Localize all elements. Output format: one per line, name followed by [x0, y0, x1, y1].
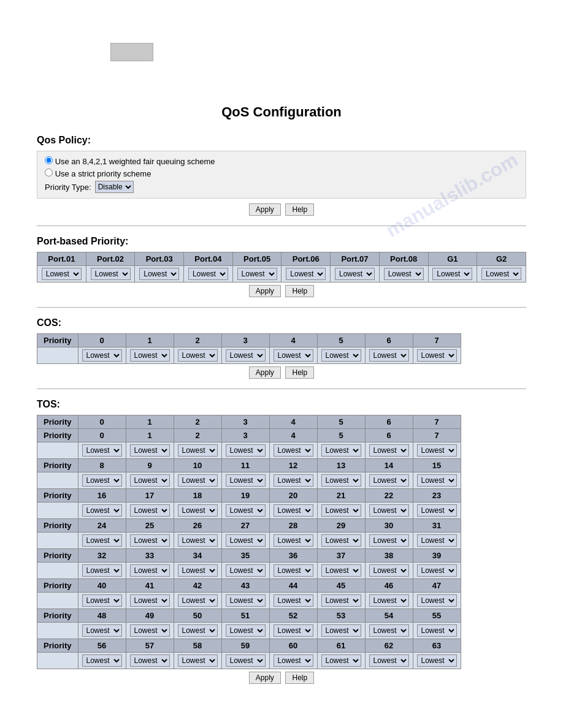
- tos-select-4-2[interactable]: LowestLowMiddleHigh: [178, 564, 218, 577]
- tos-empty-1: [37, 472, 79, 489]
- tos-val-row-3: LowestLowMiddleHighLowestLowMiddleHighLo…: [37, 533, 461, 549]
- tos-select-7-3[interactable]: LowestLowMiddleHigh: [226, 654, 266, 667]
- port-select-3[interactable]: LowestLowMiddleHigh: [188, 268, 228, 280]
- tos-select-5-3[interactable]: LowestLowMiddleHigh: [226, 594, 266, 607]
- tos-select-3-0[interactable]: LowestLowMiddleHigh: [82, 534, 122, 547]
- tos-select-3-6[interactable]: LowestLowMiddleHigh: [369, 534, 409, 547]
- tos-select-5-2[interactable]: LowestLowMiddleHigh: [178, 594, 218, 607]
- cos-select-5[interactable]: LowestLowMiddleHigh: [321, 349, 361, 362]
- cos-select-0[interactable]: LowestLowMiddleHigh: [82, 349, 122, 362]
- tos-select-1-1[interactable]: LowestLowMiddleHigh: [130, 474, 170, 487]
- cos-help-button[interactable]: Help: [285, 366, 314, 379]
- cos-select-7[interactable]: LowestLowMiddleHigh: [417, 349, 457, 362]
- tos-num-3-7: 31: [413, 519, 461, 533]
- cos-select-2[interactable]: LowestLowMiddleHigh: [178, 349, 218, 362]
- tos-select-4-4[interactable]: LowestLowMiddleHigh: [274, 564, 313, 577]
- port-select-4[interactable]: LowestLowMiddleHigh: [237, 268, 277, 280]
- port-priority-help-button[interactable]: Help: [285, 285, 314, 297]
- qos-policy-help-button[interactable]: Help: [285, 203, 314, 216]
- tos-select-3-7[interactable]: LowestLowMiddleHigh: [417, 534, 457, 547]
- tos-select-2-0[interactable]: LowestLowMiddleHigh: [82, 504, 122, 517]
- tos-select-4-1[interactable]: LowestLowMiddleHigh: [130, 564, 170, 577]
- tos-select-7-7[interactable]: LowestLowMiddleHigh: [417, 654, 457, 667]
- tos-select-7-1[interactable]: LowestLowMiddleHigh: [130, 654, 170, 667]
- tos-select-2-7[interactable]: LowestLowMiddleHigh: [417, 504, 457, 517]
- tos-select-3-5[interactable]: LowestLowMiddleHigh: [321, 534, 361, 547]
- tos-select-4-5[interactable]: LowestLowMiddleHigh: [321, 564, 361, 577]
- tos-select-0-3[interactable]: LowestLowMiddleHigh: [226, 444, 266, 457]
- port-select-2[interactable]: LowestLowMiddleHigh: [139, 268, 179, 280]
- cos-apply-button[interactable]: Apply: [249, 366, 281, 379]
- tos-select-2-1[interactable]: LowestLowMiddleHigh: [130, 504, 170, 517]
- tos-val-4-4: LowestLowMiddleHigh: [269, 563, 317, 579]
- tos-select-3-4[interactable]: LowestLowMiddleHigh: [274, 534, 313, 547]
- tos-select-6-4[interactable]: LowestLowMiddleHigh: [274, 624, 313, 637]
- port-priority-btn-row: Apply Help: [37, 285, 526, 297]
- tos-select-0-7[interactable]: LowestLowMiddleHigh: [417, 444, 457, 457]
- tos-apply-button[interactable]: Apply: [249, 672, 281, 684]
- tos-select-1-0[interactable]: LowestLowMiddleHigh: [82, 474, 122, 487]
- cos-select-3[interactable]: LowestLowMiddleHigh: [226, 349, 266, 362]
- tos-select-7-6[interactable]: LowestLowMiddleHigh: [369, 654, 409, 667]
- policy-option2-radio[interactable]: [45, 169, 53, 176]
- tos-select-0-2[interactable]: LowestLowMiddleHigh: [178, 444, 218, 457]
- port-select-1[interactable]: LowestLowMiddleHigh: [91, 268, 131, 280]
- tos-select-3-3[interactable]: LowestLowMiddleHigh: [226, 534, 266, 547]
- tos-select-6-7[interactable]: LowestLowMiddleHigh: [417, 624, 457, 637]
- tos-select-6-6[interactable]: LowestLowMiddleHigh: [369, 624, 409, 637]
- tos-select-0-1[interactable]: LowestLowMiddleHigh: [130, 444, 170, 457]
- tos-select-4-3[interactable]: LowestLowMiddleHigh: [226, 564, 266, 577]
- tos-select-2-3[interactable]: LowestLowMiddleHigh: [226, 504, 266, 517]
- qos-policy-apply-button[interactable]: Apply: [249, 203, 281, 216]
- tos-select-1-4[interactable]: LowestLowMiddleHigh: [274, 474, 313, 487]
- port-select-7[interactable]: LowestLowMiddleHigh: [384, 268, 424, 280]
- tos-help-button[interactable]: Help: [285, 672, 314, 684]
- port-header-Port.04: Port.04: [184, 252, 233, 266]
- tos-select-7-2[interactable]: LowestLowMiddleHigh: [178, 654, 218, 667]
- tos-select-4-6[interactable]: LowestLowMiddleHigh: [369, 564, 409, 577]
- tos-select-6-3[interactable]: LowestLowMiddleHigh: [226, 624, 266, 637]
- tos-select-4-0[interactable]: LowestLowMiddleHigh: [82, 564, 122, 577]
- cos-select-4[interactable]: LowestLowMiddleHigh: [274, 349, 313, 362]
- tos-select-6-5[interactable]: LowestLowMiddleHigh: [321, 624, 361, 637]
- top-nav-button[interactable]: [110, 43, 153, 61]
- tos-select-7-4[interactable]: LowestLowMiddleHigh: [274, 654, 313, 667]
- cos-select-1[interactable]: LowestLowMiddleHigh: [130, 349, 170, 362]
- port-select-5[interactable]: LowestLowMiddleHigh: [286, 268, 326, 280]
- tos-select-0-0[interactable]: LowestLowMiddleHigh: [82, 444, 122, 457]
- tos-select-0-5[interactable]: LowestLowMiddleHigh: [321, 444, 361, 457]
- tos-select-6-1[interactable]: LowestLowMiddleHigh: [130, 624, 170, 637]
- tos-select-6-0[interactable]: LowestLowMiddleHigh: [82, 624, 122, 637]
- tos-select-0-4[interactable]: LowestLowMiddleHigh: [274, 444, 313, 457]
- tos-select-3-2[interactable]: LowestLowMiddleHigh: [178, 534, 218, 547]
- tos-select-2-4[interactable]: LowestLowMiddleHigh: [274, 504, 313, 517]
- tos-select-1-7[interactable]: LowestLowMiddleHigh: [417, 474, 457, 487]
- tos-select-5-5[interactable]: LowestLowMiddleHigh: [321, 594, 361, 607]
- tos-select-0-6[interactable]: LowestLowMiddleHigh: [369, 444, 409, 457]
- priority-type-select[interactable]: Disable 802.1p DSCP: [95, 181, 134, 193]
- tos-select-1-2[interactable]: LowestLowMiddleHigh: [178, 474, 218, 487]
- tos-select-5-6[interactable]: LowestLowMiddleHigh: [369, 594, 409, 607]
- port-select-6[interactable]: LowestLowMiddleHigh: [335, 268, 375, 280]
- tos-select-1-5[interactable]: LowestLowMiddleHigh: [321, 474, 361, 487]
- tos-select-3-1[interactable]: LowestLowMiddleHigh: [130, 534, 170, 547]
- tos-select-5-4[interactable]: LowestLowMiddleHigh: [274, 594, 313, 607]
- policy-option1-radio[interactable]: [45, 156, 53, 164]
- tos-select-5-1[interactable]: LowestLowMiddleHigh: [130, 594, 170, 607]
- port-select-8[interactable]: LowestLowMiddleHigh: [432, 268, 472, 280]
- cos-select-6[interactable]: LowestLowMiddleHigh: [369, 349, 409, 362]
- tos-select-2-2[interactable]: LowestLowMiddleHigh: [178, 504, 218, 517]
- tos-select-4-7[interactable]: LowestLowMiddleHigh: [417, 564, 457, 577]
- tos-select-1-3[interactable]: LowestLowMiddleHigh: [226, 474, 266, 487]
- tos-select-6-2[interactable]: LowestLowMiddleHigh: [178, 624, 218, 637]
- tos-select-2-6[interactable]: LowestLowMiddleHigh: [369, 504, 409, 517]
- tos-select-5-7[interactable]: LowestLowMiddleHigh: [417, 594, 457, 607]
- tos-select-5-0[interactable]: LowestLowMiddleHigh: [82, 594, 122, 607]
- port-select-0[interactable]: LowestLowMiddleHigh: [42, 268, 82, 280]
- tos-select-7-5[interactable]: LowestLowMiddleHigh: [321, 654, 361, 667]
- tos-select-1-6[interactable]: LowestLowMiddleHigh: [369, 474, 409, 487]
- tos-select-2-5[interactable]: LowestLowMiddleHigh: [321, 504, 361, 517]
- port-select-9[interactable]: LowestLowMiddleHigh: [481, 268, 521, 280]
- port-priority-apply-button[interactable]: Apply: [249, 285, 281, 297]
- tos-select-7-0[interactable]: LowestLowMiddleHigh: [82, 654, 122, 667]
